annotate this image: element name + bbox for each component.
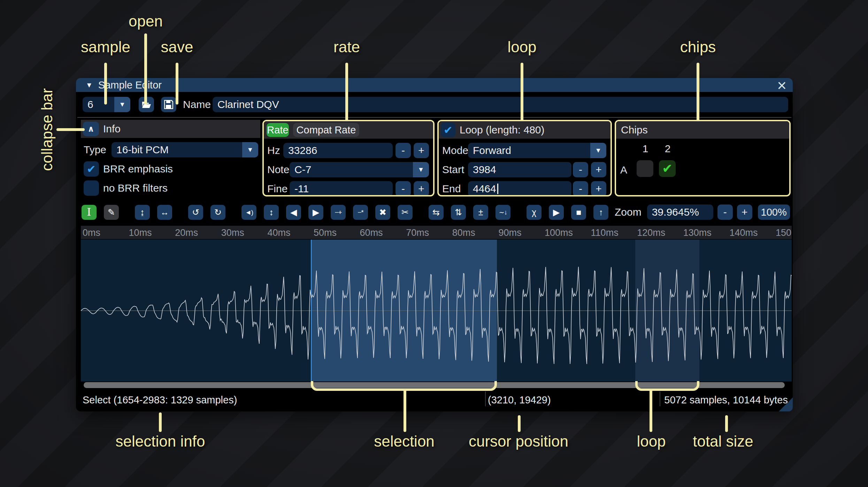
compat-rate-tab-label: Compat Rate (297, 124, 356, 136)
resample-icon: ↔ (160, 208, 169, 217)
loop-start-minus-button[interactable]: - (573, 162, 588, 177)
redo-button[interactable]: ↻ (210, 205, 225, 220)
normalize-button[interactable]: ↕ (264, 205, 279, 220)
fade-in-button[interactable]: ◀ (286, 205, 301, 220)
callout-line-rate (345, 63, 348, 121)
loop-start-plus-button[interactable]: + (591, 162, 606, 177)
loop-end-input[interactable]: 4464 (468, 181, 571, 196)
zoom-input[interactable]: 39.9645% (647, 204, 713, 220)
brr-emphasis-checkbox[interactable]: ✔ (84, 161, 99, 177)
chevron-down-icon[interactable]: ▼ (413, 162, 429, 177)
collapse-bar-button[interactable]: ∧ (83, 122, 99, 136)
insert-silence-icon: −+ (335, 209, 341, 216)
sign-invert-button[interactable]: ± (473, 205, 488, 220)
stop-preview-button[interactable]: ■ (571, 205, 586, 220)
rate-tab-label: Rate (267, 124, 288, 136)
rate-tab[interactable]: Rate (267, 123, 289, 137)
apply-silence-icon: −* (358, 209, 363, 216)
annotation-sample: sample (81, 38, 130, 56)
ruler-tick: 100ms (545, 227, 573, 238)
draw-tool-button[interactable]: ✎ (104, 205, 119, 220)
close-icon[interactable]: × (777, 76, 786, 95)
loop-enable-checkbox[interactable]: ✔ (441, 123, 455, 137)
chip-2-checkbox[interactable]: ✔ (659, 160, 676, 177)
tool-group: ↺↻ (188, 205, 225, 220)
chevron-up-icon: ∧ (87, 124, 94, 134)
trim-button[interactable]: ✂ (398, 205, 413, 220)
rate-panel-header: Rate Compat Rate (264, 121, 433, 139)
delete-button[interactable]: ✖ (375, 205, 390, 220)
loop-mode-select[interactable]: Forward ▼ (468, 143, 606, 158)
invert-button[interactable]: ⇅ (451, 205, 466, 220)
waveform-centerline (81, 310, 792, 311)
preview-sample-button[interactable]: ▶ (549, 205, 564, 220)
select-tool-button[interactable]: I (82, 205, 97, 220)
hz-plus-button[interactable]: + (414, 143, 429, 158)
fine-input[interactable]: -11 (290, 181, 393, 196)
save-sample-button[interactable] (161, 97, 176, 112)
chevron-down-icon[interactable]: ▼ (114, 97, 130, 112)
minus-icon: - (401, 183, 405, 195)
loop-start-input[interactable]: 3984 (468, 162, 571, 177)
window-collapse-triangle-icon[interactable]: ▼ (86, 81, 93, 89)
insert-silence-button[interactable]: −+ (331, 205, 346, 220)
selection-left-edge (311, 240, 312, 381)
waveform-display[interactable] (81, 240, 792, 381)
plus-icon: + (418, 183, 424, 195)
zoom-out-button[interactable]: - (717, 204, 733, 220)
undo-icon: ↺ (192, 208, 199, 217)
loop-panel-title: Loop (length: 480) (460, 124, 545, 136)
window-titlebar[interactable]: ▼ Sample Editor × (76, 78, 793, 92)
chips-panel-title: Chips (621, 124, 648, 136)
draw-tool-icon: ✎ (108, 208, 115, 217)
sign-invert-icon: ± (478, 208, 483, 217)
tool-group: ⇆⇅±∼↓ (429, 205, 510, 220)
apply-filter-button[interactable]: ∼↓ (496, 205, 510, 220)
type-select[interactable]: 16-bit PCM ▼ (112, 142, 258, 157)
resample-button[interactable]: ↔ (157, 205, 172, 220)
chip-1-checkbox[interactable]: ✔ (637, 160, 653, 177)
loop-end-minus-button[interactable]: - (573, 181, 588, 196)
compat-rate-tab[interactable]: Compat Rate (293, 123, 359, 137)
resize-button[interactable]: ↨ (135, 205, 150, 220)
zoom-in-button[interactable]: + (737, 204, 752, 220)
normalize-icon: ↕ (269, 208, 274, 217)
apply-silence-button[interactable]: −* (353, 205, 368, 220)
fine-minus-button[interactable]: - (395, 181, 411, 196)
amplify-icon: ◄) (245, 209, 253, 216)
amplify-button[interactable]: ◄) (241, 205, 256, 220)
reverse-button[interactable]: ⇆ (429, 205, 444, 220)
hz-minus-button[interactable]: - (395, 143, 411, 158)
upload-sample-button[interactable]: ↑ (593, 205, 608, 220)
name-input[interactable]: Clarinet DQV (213, 97, 788, 112)
annotation-loop-bottom: loop (637, 433, 666, 450)
undo-button[interactable]: ↺ (188, 205, 203, 220)
crossfade-loop-button[interactable]: χ (527, 205, 541, 220)
zoom-label: Zoom (615, 206, 642, 218)
callout-line-chips (697, 63, 699, 121)
status-divider (660, 392, 660, 406)
note-select[interactable]: C-7 ▼ (290, 162, 429, 177)
minus-icon: - (579, 164, 582, 176)
loop-end-plus-button[interactable]: + (591, 181, 606, 196)
plus-icon: + (596, 183, 602, 195)
zoom-reset-button[interactable]: 100% (758, 204, 790, 220)
note-label: Note (267, 162, 289, 177)
no-brr-filters-checkbox[interactable]: ✔ (84, 180, 99, 196)
plus-icon: + (418, 145, 424, 156)
fade-out-button[interactable]: ▶ (308, 205, 323, 220)
cursor-position-text: (3210, 19429) (488, 394, 551, 406)
time-ruler[interactable]: 0ms10ms20ms30ms40ms50ms60ms70ms80ms90ms1… (81, 226, 792, 240)
chevron-down-icon[interactable]: ▼ (242, 142, 258, 157)
chip-row-label: A (620, 162, 627, 178)
loop-brace (635, 381, 699, 391)
annotation-selection: selection (374, 433, 435, 450)
info-panel: ∧ Info Type 16-bit PCM ▼ ✔ BRR emphasis (81, 120, 260, 196)
rate-panel: Rate Compat Rate Hz 33286 - + Note C-7 ▼ (262, 120, 435, 196)
chevron-down-icon[interactable]: ▼ (590, 143, 606, 158)
hz-input[interactable]: 33286 (283, 143, 393, 158)
fine-plus-button[interactable]: + (414, 181, 429, 196)
callout-line-selection-info (159, 412, 162, 432)
redo-icon: ↻ (214, 208, 222, 217)
plus-icon: + (596, 164, 602, 176)
